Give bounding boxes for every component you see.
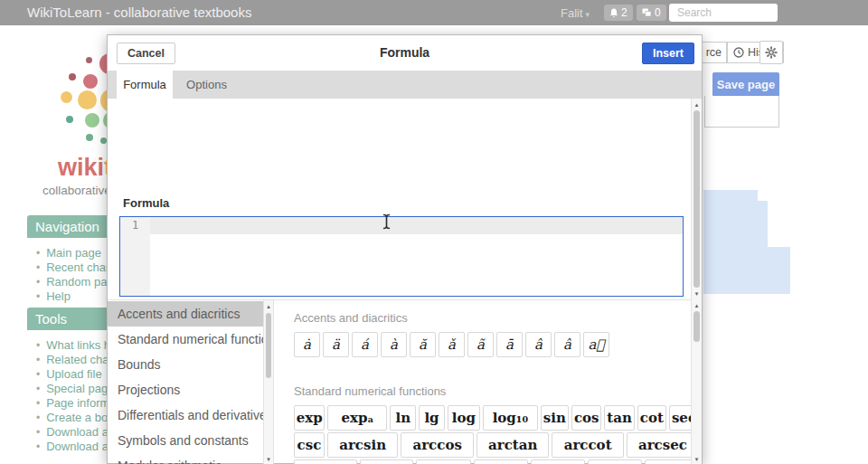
accent-button-acute[interactable]: á: [352, 332, 378, 357]
category-scrollbar[interactable]: ▴ ▾: [263, 300, 274, 464]
scrollbar-thumb[interactable]: [693, 311, 700, 342]
category-differentials[interactable]: Differentials and derivatives: [108, 402, 263, 428]
function-button-exp[interactable]: exp: [294, 405, 325, 431]
scroll-down-icon[interactable]: ▾: [692, 454, 702, 464]
text-selection-highlight: [703, 201, 768, 247]
function-buttons-row-3: arccsc sinh cosh tanh coth sech csch: [294, 459, 702, 464]
line-number: 1: [120, 217, 150, 232]
text-selection-highlight: [703, 247, 790, 294]
category-projections[interactable]: Projections: [108, 377, 263, 402]
accent-buttons-row: ȧ ä á à ă ǎ ã ā â â a⃗: [294, 332, 702, 357]
insert-button[interactable]: Insert: [642, 43, 694, 64]
function-button-lg[interactable]: lg: [419, 405, 445, 431]
function-button-ln[interactable]: ln: [390, 405, 416, 431]
section-heading-accents: Accents and diacritics: [294, 311, 702, 325]
scrollbar-thumb[interactable]: [693, 110, 700, 288]
scroll-up-icon[interactable]: ▴: [692, 99, 702, 109]
function-button-tanh[interactable]: tanh: [474, 459, 529, 464]
function-button-arctan[interactable]: arctan: [476, 432, 550, 458]
section-heading-functions: Standard numerical functions: [294, 384, 702, 398]
category-bounds[interactable]: Bounds: [108, 352, 263, 377]
tab-options[interactable]: Options: [173, 71, 241, 99]
accent-button-dot[interactable]: ȧ: [294, 332, 320, 357]
active-line-highlight: [150, 217, 683, 234]
symbol-picker: Accents and diacritics Standard numerica…: [108, 299, 702, 464]
messages-count: 0: [655, 6, 661, 19]
wikitolearn-page: WikiToLearn - collaborative textbooks Fa…: [0, 0, 868, 464]
function-button-cot[interactable]: cot: [637, 405, 666, 431]
function-button-arccot[interactable]: arccot: [552, 432, 623, 458]
accent-button-breve[interactable]: ă: [410, 332, 436, 357]
formula-code-editor[interactable]: 1: [119, 216, 684, 297]
category-symbols-constants[interactable]: Symbols and constants: [108, 428, 263, 453]
symbol-panel: Accents and diacritics ȧ ä á à ă ǎ ã ā â…: [274, 300, 702, 464]
formula-field-label: Formula: [123, 196, 169, 210]
site-title: WikiToLearn - collaborative textbooks: [27, 5, 251, 20]
function-button-cos[interactable]: cos: [571, 405, 601, 431]
dialog-tab-bar: Formula Options: [108, 71, 702, 99]
function-button-log10[interactable]: log₁₀: [483, 405, 538, 431]
save-page-button[interactable]: Save page: [712, 72, 779, 97]
accent-button-ddot[interactable]: ä: [323, 332, 349, 357]
notifications-button[interactable]: 2: [604, 5, 633, 21]
function-button-exp-a[interactable]: expₐ: [327, 405, 387, 431]
user-menu[interactable]: Falit▾: [561, 6, 590, 20]
notifications-count: 2: [621, 6, 627, 19]
function-button-arccsc[interactable]: arccsc: [294, 459, 357, 464]
history-clock-icon: [733, 47, 744, 58]
function-button-arccos[interactable]: arccos: [401, 432, 474, 458]
dropdown-panel-fragment: [704, 96, 779, 128]
function-button-arcsec[interactable]: arcsec: [627, 432, 699, 458]
tab-formula[interactable]: Formula: [117, 71, 173, 99]
accent-button-tilde[interactable]: ã: [467, 332, 494, 357]
function-buttons-row-2: csc arcsin arccos arctan arccot arcsec: [294, 432, 702, 458]
gear-icon: [765, 46, 778, 59]
accent-button-vec[interactable]: a⃗: [583, 332, 609, 357]
function-button-coth[interactable]: coth: [531, 459, 585, 464]
category-accents[interactable]: Accents and diacritics: [108, 301, 263, 327]
dialog-scrollbar[interactable]: ▴ ▾: [691, 99, 702, 299]
function-button-sech[interactable]: sech: [588, 459, 642, 464]
search-input[interactable]: [669, 4, 778, 22]
accent-button-widehat[interactable]: â: [554, 332, 580, 357]
function-button-sinh[interactable]: sinh: [360, 459, 413, 464]
scroll-down-icon[interactable]: ▾: [692, 289, 702, 298]
category-standard-functions[interactable]: Standard numerical functions: [108, 327, 263, 352]
scroll-up-icon[interactable]: ▴: [264, 301, 273, 311]
panel-scrollbar[interactable]: ▴ ▾: [691, 299, 702, 464]
line-number-gutter: 1: [120, 217, 150, 296]
bell-icon: [609, 8, 618, 18]
top-bar: WikiToLearn - collaborative textbooks Fa…: [0, 0, 868, 25]
accent-button-bar[interactable]: ā: [496, 332, 523, 357]
dialog-header: Cancel Formula Insert: [108, 35, 702, 71]
scroll-up-icon[interactable]: ▴: [692, 300, 702, 310]
function-button-csc[interactable]: csc: [294, 432, 325, 458]
dialog-title: Formula: [108, 45, 702, 60]
function-buttons-row-1: exp expₐ ln lg log log₁₀ sin cos tan cot…: [294, 405, 702, 431]
chevron-down-icon: ▾: [586, 10, 590, 19]
messages-icon: [642, 8, 652, 17]
formula-dialog: Cancel Formula Insert Formula Options Fo…: [107, 34, 703, 464]
category-list: Accents and diacritics Standard numerica…: [108, 300, 263, 464]
function-button-sin[interactable]: sin: [541, 405, 569, 431]
page-settings-button[interactable]: [760, 41, 783, 64]
dialog-content: Formula 1: [108, 99, 702, 299]
function-button-log[interactable]: log: [448, 405, 480, 431]
function-button-tan[interactable]: tan: [604, 405, 634, 431]
accent-button-grave[interactable]: à: [381, 332, 407, 357]
category-modular-arithmetic[interactable]: Modular arithmetic: [108, 453, 263, 464]
accent-button-hat[interactable]: â: [525, 332, 552, 357]
messages-button[interactable]: 0: [637, 5, 666, 21]
scrollbar-thumb[interactable]: [266, 313, 271, 378]
function-button-arcsin[interactable]: arcsin: [327, 432, 398, 458]
function-button-cosh[interactable]: cosh: [416, 459, 471, 464]
accent-button-check[interactable]: ǎ: [439, 332, 465, 357]
scroll-down-icon[interactable]: ▾: [264, 454, 273, 464]
